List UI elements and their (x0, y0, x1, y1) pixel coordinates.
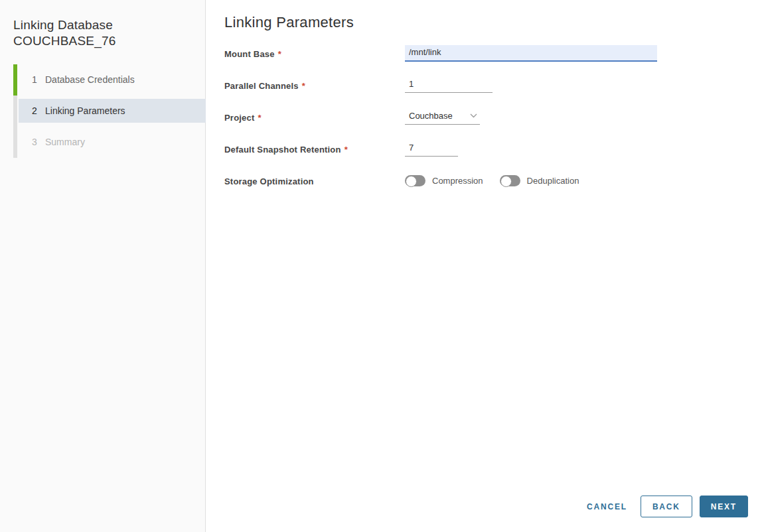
compression-toggle-label: Compression (432, 176, 483, 186)
step-summary: 3 Summary (19, 130, 205, 154)
step-database-credentials[interactable]: 1 Database Credentials (19, 68, 205, 92)
page-title: Linking Parameters (224, 13, 762, 32)
storage-optimization-label: Storage Optimization (224, 172, 405, 187)
linking-wizard-window: Linking Database COUCHBASE_76 1 Database… (0, 0, 762, 532)
deduplication-toggle-label: Deduplication (527, 176, 579, 186)
next-button[interactable]: NEXT (700, 496, 748, 517)
deduplication-toggle[interactable] (500, 175, 520, 186)
required-asterisk: * (344, 145, 348, 155)
back-button[interactable]: BACK (641, 496, 692, 517)
wizard-steps: 1 Database Credentials 2 Linking Paramet… (13, 68, 205, 154)
project-label: Project* (224, 109, 405, 123)
step-number: 3 (31, 137, 38, 147)
cancel-button[interactable]: CANCEL (585, 496, 629, 517)
project-select[interactable]: Couchbase (405, 109, 480, 125)
snapshot-retention-label: Default Snapshot Retention* (224, 141, 405, 155)
wizard-content: Linking Parameters Mount Base* Parallel … (206, 0, 762, 532)
mount-base-input[interactable] (405, 45, 657, 62)
project-select-value: Couchbase (409, 111, 453, 121)
mount-base-row: Mount Base* (224, 45, 762, 77)
deduplication-toggle-group: Deduplication (500, 175, 579, 186)
chevron-down-icon (470, 113, 477, 118)
project-row: Project* Couchbase (224, 109, 762, 141)
step-label: Linking Parameters (45, 105, 125, 116)
step-label: Database Credentials (45, 74, 135, 85)
wizard-title-line2: COUCHBASE_76 (13, 33, 205, 49)
parallel-channels-label: Parallel Channels* (224, 77, 405, 92)
snapshot-retention-row: Default Snapshot Retention* (224, 141, 762, 172)
snapshot-retention-input[interactable] (405, 141, 458, 157)
required-asterisk: * (258, 113, 261, 123)
compression-toggle-group: Compression (405, 175, 483, 186)
step-number: 1 (31, 74, 38, 85)
mount-base-label: Mount Base* (224, 45, 405, 60)
wizard-footer: CANCEL BACK NEXT (585, 496, 748, 517)
step-linking-parameters[interactable]: 2 Linking Parameters (19, 99, 206, 123)
parallel-channels-input[interactable] (405, 77, 493, 93)
required-asterisk: * (302, 81, 305, 91)
wizard-title-line1: Linking Database (13, 17, 205, 33)
storage-optimization-row: Storage Optimization Compression Dedupli… (224, 172, 762, 204)
step-label: Summary (45, 137, 85, 147)
required-asterisk: * (278, 49, 281, 59)
compression-toggle[interactable] (405, 175, 425, 186)
wizard-sidebar: Linking Database COUCHBASE_76 1 Database… (0, 0, 206, 532)
parallel-channels-row: Parallel Channels* (224, 77, 762, 109)
linking-parameters-form: Mount Base* Parallel Channels* Project* (206, 45, 762, 204)
step-number: 2 (31, 105, 38, 116)
wizard-title: Linking Database COUCHBASE_76 (13, 17, 205, 49)
